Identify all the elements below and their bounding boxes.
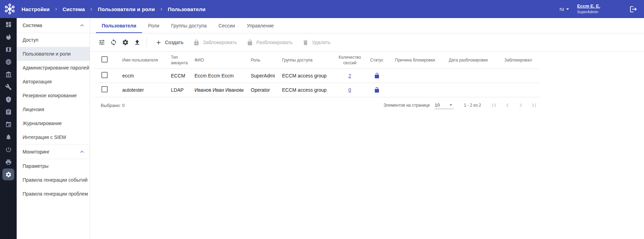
incidents-icon[interactable]: [0, 31, 17, 43]
col-header-sessions: Количество сессий: [334, 52, 365, 68]
next-page-button[interactable]: [516, 100, 526, 110]
cell-account-type: ECCM: [164, 68, 188, 83]
items-per-page-label: Элементов на странице: [383, 103, 430, 108]
notifications-icon[interactable]: [0, 131, 17, 143]
tab-access-groups[interactable]: Группы доступа: [165, 18, 212, 33]
dashboard-icon[interactable]: [0, 18, 17, 31]
items-per-page-select[interactable]: 10: [435, 101, 454, 109]
sidebar-item-access[interactable]: Доступ: [17, 33, 90, 47]
filter-icon[interactable]: [96, 36, 108, 48]
sidebar-item-authorization[interactable]: Авторизация: [17, 75, 90, 89]
cell-unblock-date: [442, 68, 497, 83]
chevron-up-icon: [79, 22, 85, 29]
users-table: Имя пользователя Тип аккаунта ФИО Роль Г…: [94, 52, 539, 97]
cell-unblock-date: [442, 83, 497, 97]
plus-icon: [155, 39, 162, 46]
status-unlocked-icon: [374, 87, 380, 93]
table-settings-icon[interactable]: [119, 36, 131, 48]
power-icon[interactable]: [0, 143, 17, 156]
cell-full-name: Eccm Eccm Eccm: [188, 68, 244, 83]
caret-down-icon: [448, 102, 454, 108]
chevron-left-icon: [504, 101, 511, 109]
breadcrumb-users[interactable]: Пользователи: [168, 6, 206, 12]
row-checkbox[interactable]: [101, 72, 108, 78]
sessions-count-link[interactable]: 0: [348, 87, 351, 93]
table-row[interactable]: autotester LDAP Иванов Иван Иванович Ope…: [94, 83, 539, 97]
sidebar-item-problem-rules[interactable]: Правила генерации проблем: [17, 187, 90, 201]
network-icon[interactable]: [0, 56, 17, 68]
settings-icon[interactable]: [0, 168, 17, 181]
breadcrumb: Настройки Система Пользователи и роли По…: [22, 6, 206, 12]
cell-block-reason: [388, 83, 442, 97]
sidebar-item-license[interactable]: Лицензия: [17, 102, 90, 116]
cell-blocked-by: [497, 83, 539, 97]
tab-users[interactable]: Пользователи: [96, 18, 142, 33]
trash-icon: [302, 39, 309, 46]
sidebar-item-users-roles[interactable]: Пользователи и роли: [17, 47, 90, 61]
upload-icon[interactable]: [131, 36, 143, 48]
organization-icon[interactable]: [0, 68, 17, 81]
logout-icon: [629, 5, 637, 13]
sidebar-item-password-admin[interactable]: Администрирование паролей: [17, 61, 90, 75]
previous-page-button[interactable]: [503, 100, 512, 110]
caret-down-icon: [564, 6, 571, 13]
toolbar-divider: [147, 38, 147, 47]
user-name[interactable]: Eccm E. E.: [577, 3, 600, 9]
main-content: Пользователи Роли Группы доступа Сессии …: [90, 18, 644, 239]
col-header-status: Статус: [365, 52, 388, 68]
breadcrumb-system[interactable]: Система: [63, 6, 85, 12]
user-menu[interactable]: Eccm E. E. SuperAdmin: [577, 3, 600, 14]
refresh-icon[interactable]: [108, 36, 119, 48]
first-page-button[interactable]: [489, 100, 499, 110]
chevron-right-icon: [159, 7, 164, 12]
sidebar-item-parameters[interactable]: Параметры: [17, 159, 90, 173]
tab-sessions[interactable]: Сессии: [213, 18, 241, 33]
cell-block-reason: [388, 68, 442, 83]
tab-bar: Пользователи Роли Группы доступа Сессии …: [90, 18, 644, 33]
map-icon[interactable]: [0, 43, 17, 56]
col-header-blocked-by: Заблокировал: [497, 52, 539, 68]
block-button[interactable]: Заблокировать: [193, 39, 237, 46]
col-header-unblock-date: Дата разблокировки: [442, 52, 497, 68]
calendar-icon[interactable]: [0, 118, 17, 131]
status-unlocked-icon: [374, 73, 380, 79]
items-per-page-value: 10: [435, 102, 439, 108]
devices-icon[interactable]: [0, 156, 17, 168]
sidebar-item-logging[interactable]: Журналирование: [17, 116, 90, 130]
sidebar-item-siem[interactable]: Интеграция с SIEM: [17, 130, 90, 144]
select-all-checkbox[interactable]: [101, 56, 108, 63]
col-header-username: Имя пользователя: [115, 52, 164, 68]
language-selector[interactable]: ru: [560, 6, 571, 13]
sidebar-item-event-rules[interactable]: Правила генерации событий: [17, 173, 90, 187]
delete-button[interactable]: Удалить: [302, 39, 330, 46]
create-button[interactable]: Создать: [155, 39, 183, 46]
app-shell: Система Доступ Пользователи и роли Админ…: [0, 18, 644, 239]
app-logo[interactable]: [2, 1, 17, 17]
sessions-count-link[interactable]: 2: [348, 73, 351, 79]
tasks-icon[interactable]: [0, 106, 17, 118]
table-row[interactable]: eccm ECCM Eccm Eccm Eccm SuperAdmin ECCM…: [94, 68, 539, 83]
language-label: ru: [560, 6, 564, 12]
cell-access-groups: ECCM access group: [275, 68, 334, 83]
cell-full-name: Иванов Иван Иванович: [188, 83, 244, 97]
col-header-full-name: ФИО: [188, 52, 244, 68]
breadcrumb-settings[interactable]: Настройки: [22, 6, 50, 12]
sidebar-section-monitoring[interactable]: Мониторинг: [17, 144, 90, 159]
chevron-right-icon: [89, 7, 94, 12]
last-page-button[interactable]: [529, 100, 539, 110]
col-header-access-groups: Группы доступа: [275, 52, 334, 68]
app-logo-icon: [4, 3, 16, 15]
toolbar: Создать Заблокировать Разблокировать Уда…: [90, 33, 644, 52]
row-checkbox[interactable]: [101, 86, 108, 92]
unlock-icon: [247, 39, 253, 46]
sidebar-section-system[interactable]: Система: [17, 18, 90, 33]
sidebar-item-backup[interactable]: Резервное копирование: [17, 89, 90, 102]
logout-button[interactable]: [627, 2, 640, 16]
breadcrumb-users-roles[interactable]: Пользователи и роли: [98, 6, 155, 12]
paginator: [489, 100, 539, 110]
tools-icon[interactable]: [0, 81, 17, 93]
security-icon[interactable]: [0, 93, 17, 106]
tab-management[interactable]: Управление: [241, 18, 280, 33]
tab-roles[interactable]: Роли: [142, 18, 165, 33]
unblock-button[interactable]: Разблокировать: [247, 39, 292, 46]
